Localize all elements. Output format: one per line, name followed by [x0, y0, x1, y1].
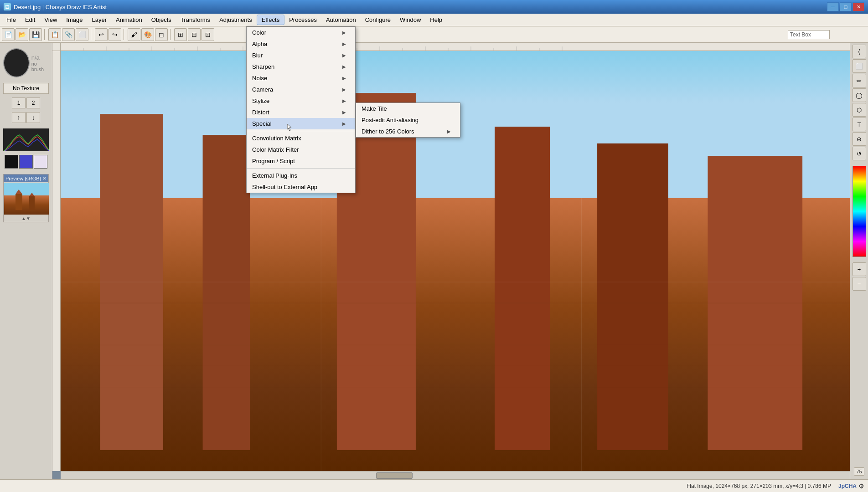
- horizontal-ruler: [61, 43, 850, 51]
- menu-image[interactable]: Image: [62, 15, 87, 25]
- menu-item-alpha[interactable]: Alpha ▶: [247, 38, 355, 50]
- right-zoom-out[interactable]: −: [852, 277, 866, 291]
- new-button[interactable]: 📄: [2, 28, 15, 41]
- right-tool7[interactable]: ⊕: [852, 132, 866, 146]
- textbox-label: Text Box: [790, 31, 811, 38]
- open-button[interactable]: 📂: [16, 28, 28, 41]
- menu-objects[interactable]: Objects: [147, 15, 176, 25]
- zoom-value: 75: [856, 469, 862, 474]
- special-label: Special: [252, 120, 272, 127]
- sharpen-arrow-icon: ▶: [342, 64, 346, 69]
- right-tool1[interactable]: ⟨: [852, 45, 866, 58]
- menu-view[interactable]: View: [40, 15, 62, 25]
- color-matrix-label: Color Matrix Filter: [252, 146, 299, 153]
- brush-button[interactable]: 🖌: [128, 28, 140, 41]
- app-label: JpCHA: [838, 483, 857, 489]
- right-zoom-in[interactable]: +: [852, 262, 866, 276]
- tool1-button[interactable]: ◻: [155, 28, 168, 41]
- menu-item-shell-out[interactable]: Shell-out to External App: [247, 181, 355, 193]
- program-script-label: Program / Script: [252, 158, 295, 164]
- menu-item-stylize[interactable]: Stylize ▶: [247, 95, 355, 107]
- menu-configure[interactable]: Configure: [361, 15, 395, 25]
- menu-effects[interactable]: Effects: [257, 15, 285, 25]
- menu-adjustments[interactable]: Adjustments: [215, 15, 257, 25]
- menu-item-special[interactable]: Special ▶: [247, 118, 355, 129]
- menu-item-color-matrix[interactable]: Color Matrix Filter: [247, 144, 355, 155]
- color-button[interactable]: 🎨: [141, 28, 154, 41]
- status-info: Flat Image, 1024×768 px, 271×203 mm, x/y…: [687, 483, 831, 489]
- color-strip[interactable]: [852, 166, 866, 257]
- color-label: Color: [252, 29, 266, 36]
- menu-automation[interactable]: Automation: [321, 15, 361, 25]
- app-title: Desert.jpg | Chasys Draw IES Artist: [14, 4, 107, 10]
- svg-rect-38: [495, 127, 550, 450]
- shell-out-label: Shell-out to External App: [252, 184, 317, 190]
- copy-button[interactable]: 📋: [48, 28, 61, 41]
- white-swatch[interactable]: [34, 155, 47, 169]
- submenu-post-edit-aa[interactable]: Post-edit Anti-aliasing: [356, 114, 460, 126]
- make-tile-label: Make Tile: [362, 105, 387, 112]
- menu-help[interactable]: Help: [425, 15, 447, 25]
- menu-transforms[interactable]: Transforms: [176, 15, 215, 25]
- menu-item-distort[interactable]: Distort ▶: [247, 107, 355, 118]
- next-arrow[interactable]: ↓: [26, 112, 40, 123]
- menu-window[interactable]: Window: [395, 15, 425, 25]
- distort-label: Distort: [252, 109, 269, 116]
- svg-rect-1: [4, 183, 49, 215]
- preview-close-icon[interactable]: ✕: [42, 175, 46, 181]
- page2-button[interactable]: 2: [26, 97, 40, 108]
- undo-button[interactable]: ↩: [95, 28, 108, 41]
- submenu-dither[interactable]: Dither to 256 Colors ▶: [356, 126, 460, 137]
- right-tool5[interactable]: ⬡: [852, 103, 866, 117]
- right-tool6[interactable]: T: [852, 118, 866, 131]
- prev-arrow[interactable]: ↑: [12, 112, 26, 123]
- no-texture-button[interactable]: No Texture: [3, 83, 49, 94]
- brush-na-label: n/a: [31, 54, 40, 61]
- black-swatch[interactable]: [5, 155, 18, 169]
- transform2-button[interactable]: ⊟: [188, 28, 201, 41]
- svg-rect-2: [16, 194, 22, 210]
- menu-item-noise[interactable]: Noise ▶: [247, 72, 355, 84]
- transform3-button[interactable]: ⊡: [202, 28, 214, 41]
- svg-rect-4: [29, 196, 35, 210]
- close-button[interactable]: ✕: [852, 2, 864, 11]
- brush-preview[interactable]: [3, 48, 30, 77]
- right-tool4[interactable]: ◯: [852, 88, 866, 102]
- h-scroll-thumb[interactable]: [376, 472, 413, 479]
- right-tool2[interactable]: ⬜: [852, 59, 866, 73]
- menu-file[interactable]: File: [2, 15, 21, 25]
- preview-title-label: Preview [sRGB]: [5, 176, 41, 181]
- menu-item-sharpen[interactable]: Sharpen ▶: [247, 61, 355, 72]
- maximize-button[interactable]: □: [840, 2, 852, 11]
- right-tool8[interactable]: ↺: [852, 147, 866, 160]
- menu-layer[interactable]: Layer: [87, 15, 111, 25]
- stylize-label: Stylize: [252, 97, 269, 104]
- camera-arrow-icon: ▶: [342, 87, 346, 92]
- page1-button[interactable]: 1: [12, 97, 26, 108]
- horizontal-scrollbar[interactable]: [61, 471, 850, 479]
- menu-edit[interactable]: Edit: [21, 15, 40, 25]
- preview-footer: ▲▼: [4, 215, 48, 222]
- transform1-button[interactable]: ⊞: [174, 28, 187, 41]
- blue-swatch[interactable]: [19, 155, 33, 169]
- redo-button[interactable]: ↪: [108, 28, 121, 41]
- save-button[interactable]: 💾: [29, 28, 42, 41]
- resize-button[interactable]: ⬜: [76, 28, 88, 41]
- divider1: [247, 131, 355, 131]
- menu-item-external-plugins[interactable]: External Plug-Ins: [247, 170, 355, 181]
- menu-item-program-script[interactable]: Program / Script: [247, 155, 355, 167]
- title-bar: 🖼 Desert.jpg | Chasys Draw IES Artist ─ …: [0, 0, 868, 14]
- post-edit-aa-label: Post-edit Anti-aliasing: [362, 117, 418, 123]
- left-toolbar: n/a no brush No Texture 1 2 ↑ ↓: [0, 43, 52, 479]
- menu-item-camera[interactable]: Camera ▶: [247, 84, 355, 95]
- menu-item-blur[interactable]: Blur ▶: [247, 50, 355, 61]
- minimize-button[interactable]: ─: [827, 2, 839, 11]
- paste-button[interactable]: 📎: [62, 28, 75, 41]
- menu-processes[interactable]: Processes: [284, 15, 321, 25]
- menu-animation[interactable]: Animation: [111, 15, 147, 25]
- menu-item-convolution[interactable]: Convolution Matrix: [247, 133, 355, 144]
- submenu-make-tile[interactable]: Make Tile: [356, 103, 460, 114]
- textbox-area[interactable]: Text Box: [788, 30, 830, 39]
- right-tool3[interactable]: ✏: [852, 74, 866, 87]
- menu-item-color[interactable]: Color ▶: [247, 27, 355, 38]
